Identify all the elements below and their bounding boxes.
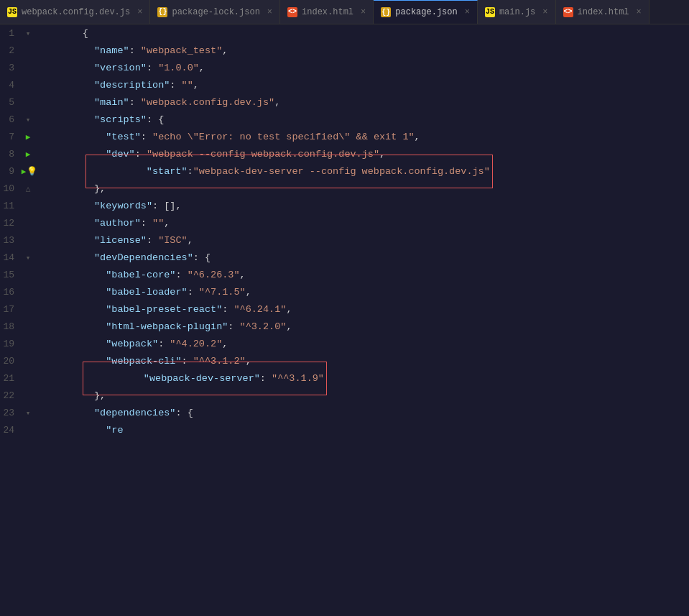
json-icon: {} — [157, 7, 167, 17]
tab-close-index2[interactable]: × — [637, 7, 642, 17]
line-number: 9 — [0, 166, 20, 177]
run-icon[interactable]: ▶ — [26, 132, 31, 142]
tab-main-js[interactable]: JS main.js × — [478, 0, 556, 24]
line-gutter[interactable]: ▾ — [20, 253, 36, 262]
line-number: 19 — [0, 339, 20, 349]
line-gutter[interactable]: ▾ — [20, 408, 36, 418]
line-number: 10 — [0, 183, 20, 194]
tab-close-package[interactable]: × — [465, 7, 470, 17]
run-icon[interactable]: ▶ — [26, 150, 31, 159]
line-number: 11 — [0, 201, 20, 211]
line-gutter[interactable]: ▾ — [20, 29, 36, 38]
line-number: 3 — [0, 63, 20, 73]
line-gutter-run[interactable]: ▶ — [20, 132, 36, 142]
line-number: 15 — [0, 270, 20, 280]
tab-label: webpack.config.dev.js — [22, 7, 130, 17]
tab-label: package-lock.json — [172, 7, 259, 17]
line-number: 23 — [0, 408, 20, 418]
tab-index-html[interactable]: <> index.html × — [280, 0, 374, 24]
fold-icon[interactable]: ▾ — [26, 408, 31, 418]
run-icon[interactable]: ▶ — [22, 167, 27, 176]
js-icon: JS — [7, 7, 17, 17]
tab-label: index.html — [578, 7, 629, 17]
line-number: 2 — [0, 45, 20, 56]
line-number: 13 — [0, 235, 20, 246]
tab-webpack-config[interactable]: JS webpack.config.dev.js × — [0, 0, 150, 24]
line-number: 7 — [0, 132, 20, 142]
code-content: "re — [36, 414, 689, 446]
line-gutter[interactable]: △ — [20, 184, 36, 193]
editor: 1 ▾ { 2 "name": "webpack_test", 3 "versi… — [0, 24, 689, 616]
line-number: 21 — [0, 373, 20, 384]
line-number: 24 — [0, 425, 20, 436]
tab-label: index.html — [302, 7, 353, 17]
tab-bar: JS webpack.config.dev.js × {} package-lo… — [0, 0, 689, 24]
js-icon-main: JS — [485, 7, 495, 17]
tab-close-main[interactable]: × — [542, 7, 547, 17]
tab-close-webpack[interactable]: × — [137, 7, 142, 17]
table-row: 24 "re — [0, 421, 689, 438]
line-gutter-run[interactable]: ▶ — [20, 150, 36, 159]
html-icon: <> — [287, 7, 297, 17]
line-number: 6 — [0, 114, 20, 125]
fold-close-icon[interactable]: △ — [26, 184, 31, 193]
tab-index-html2[interactable]: <> index.html × — [556, 0, 649, 24]
html-icon2: <> — [563, 7, 573, 17]
line-number: 20 — [0, 356, 20, 367]
tab-package-lock[interactable]: {} package-lock.json × — [150, 0, 280, 24]
tab-close-package-lock[interactable]: × — [267, 7, 272, 17]
line-number: 12 — [0, 218, 20, 229]
line-number: 14 — [0, 252, 20, 263]
tab-label-active: package.json — [395, 7, 457, 17]
fold-icon[interactable]: ▾ — [26, 29, 31, 38]
line-gutter[interactable]: ▾ — [20, 115, 36, 124]
tab-package-json[interactable]: {} package.json × — [374, 0, 478, 24]
fold-icon[interactable]: ▾ — [26, 253, 31, 262]
line-number: 8 — [0, 149, 20, 160]
fold-icon[interactable]: ▾ — [26, 115, 31, 124]
line-number: 16 — [0, 287, 20, 298]
line-number: 5 — [0, 97, 20, 108]
line-number: 22 — [0, 390, 20, 401]
tab-label: main.js — [499, 7, 535, 17]
tab-close-index[interactable]: × — [361, 7, 366, 17]
line-number: 1 — [0, 28, 20, 39]
line-number: 4 — [0, 80, 20, 91]
json-icon-active: {} — [381, 7, 391, 17]
line-number: 17 — [0, 304, 20, 315]
line-number: 18 — [0, 321, 20, 332]
